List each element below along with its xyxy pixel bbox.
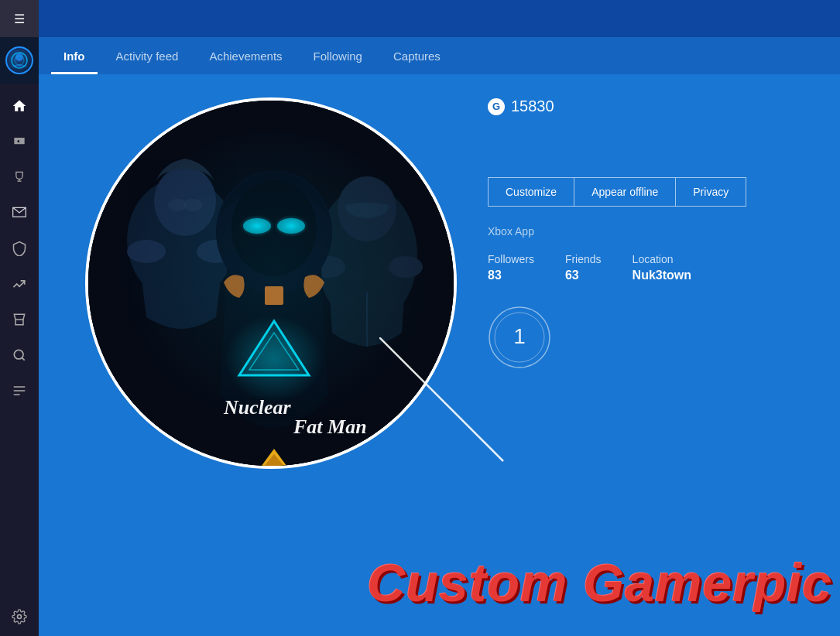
sidebar-item-achievements[interactable] xyxy=(0,161,39,193)
tab-activity-feed[interactable]: Activity feed xyxy=(104,40,191,74)
trophy-icon xyxy=(12,169,27,185)
avatar-icon xyxy=(10,51,29,70)
svg-point-34 xyxy=(119,132,429,441)
followers-stat: Followers 83 xyxy=(488,253,534,282)
media-icon xyxy=(12,134,27,149)
avatar-svg-art: Nuclear Fat Man xyxy=(88,101,454,466)
tab-info[interactable]: Info xyxy=(51,40,98,74)
profile-avatar-container: Nuclear Fat Man xyxy=(85,97,457,477)
sidebar: ☰ xyxy=(0,0,39,636)
followers-value: 83 xyxy=(488,268,534,282)
friends-stat: Friends 63 xyxy=(565,253,602,282)
gamerscore-icon: G xyxy=(488,98,505,115)
custom-gamerpic-watermark: Custom Gamerpic xyxy=(367,552,832,613)
platform-label: Xbox App xyxy=(488,225,825,238)
sidebar-item-media[interactable] xyxy=(0,125,39,158)
stats-row: Followers 83 Friends 63 Location Nuk3tow… xyxy=(488,253,825,282)
sidebar-nav xyxy=(0,84,39,597)
user-avatar[interactable] xyxy=(5,46,33,74)
tab-achievements[interactable]: Achievements xyxy=(197,40,294,74)
sidebar-item-trending[interactable] xyxy=(0,268,39,300)
avatar-artwork: Nuclear Fat Man xyxy=(88,101,454,466)
svg-rect-4 xyxy=(14,386,26,388)
queue-icon xyxy=(12,383,27,398)
info-panel: G 15830 Customize Appear offline Privacy… xyxy=(488,97,825,372)
friends-label: Friends xyxy=(565,253,602,265)
sidebar-item-store[interactable] xyxy=(0,303,39,336)
sidebar-avatar-area xyxy=(0,37,39,84)
profile-content: Nuclear Fat Man xyxy=(39,74,840,636)
appear-offline-button[interactable]: Appear offline xyxy=(574,177,676,207)
followers-label: Followers xyxy=(488,253,534,265)
customize-button[interactable]: Customize xyxy=(488,177,574,207)
hamburger-icon: ☰ xyxy=(14,12,25,26)
sidebar-item-home[interactable] xyxy=(0,90,39,122)
action-buttons-row: Customize Appear offline Privacy xyxy=(488,177,825,207)
sidebar-item-search[interactable] xyxy=(0,339,39,371)
tab-navigation: Info Activity feed Achievements Followin… xyxy=(39,37,840,74)
messages-icon xyxy=(12,205,27,221)
tab-captures[interactable]: Captures xyxy=(381,40,453,74)
shield-icon xyxy=(12,241,27,256)
location-value: Nuk3town xyxy=(633,268,691,282)
search-icon xyxy=(12,347,27,363)
trending-icon xyxy=(12,276,27,292)
level-badge-area: 1 xyxy=(488,306,825,372)
svg-rect-5 xyxy=(14,390,26,392)
settings-icon xyxy=(12,609,27,624)
level-badge-svg: 1 xyxy=(488,306,551,369)
main-area: Info Activity feed Achievements Followin… xyxy=(39,0,840,636)
location-label: Location xyxy=(633,253,691,265)
hamburger-button[interactable]: ☰ xyxy=(0,0,39,37)
svg-rect-6 xyxy=(14,394,20,395)
gamerscore-row: G 15830 xyxy=(488,97,825,115)
friends-value: 63 xyxy=(565,268,602,282)
tab-following[interactable]: Following xyxy=(301,40,375,74)
svg-point-3 xyxy=(14,350,23,359)
home-icon xyxy=(12,98,27,114)
svg-point-0 xyxy=(15,53,23,61)
location-stat: Location Nuk3town xyxy=(633,253,691,282)
sidebar-item-shield[interactable] xyxy=(0,232,39,265)
gamerscore-value: 15830 xyxy=(511,97,554,115)
topbar xyxy=(39,0,840,37)
svg-text:1: 1 xyxy=(513,324,526,348)
privacy-button[interactable]: Privacy xyxy=(676,177,746,207)
sidebar-item-messages[interactable] xyxy=(0,197,39,229)
profile-avatar-ring: Nuclear Fat Man xyxy=(85,97,457,469)
sidebar-item-settings[interactable] xyxy=(0,597,39,636)
store-icon xyxy=(12,312,27,327)
sidebar-item-queue[interactable] xyxy=(0,374,39,407)
